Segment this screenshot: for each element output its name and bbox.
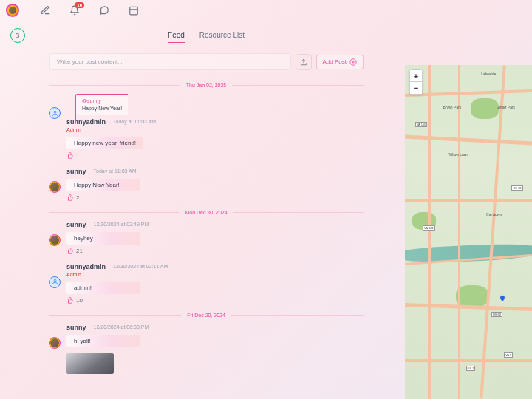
composer-row: Write your post content... Add Post bbox=[35, 47, 377, 75]
main-content: Feed Resource List Write your post conte… bbox=[35, 21, 377, 399]
username[interactable]: sunnyadmin bbox=[66, 118, 106, 126]
map-marker[interactable] bbox=[499, 292, 506, 299]
date-divider: Thu Jan 02, 2025 bbox=[49, 83, 364, 88]
route-shield: US 33 bbox=[511, 185, 522, 191]
admin-tag: Admin bbox=[66, 272, 364, 277]
admin-tag: Admin bbox=[66, 127, 364, 132]
like-button[interactable]: 21 bbox=[66, 248, 364, 254]
timestamp: Today at 11:03 AM bbox=[113, 119, 156, 124]
calendar-icon[interactable] bbox=[129, 5, 139, 16]
timestamp: 12/30/2024 at 03:11 AM bbox=[113, 264, 168, 269]
route-shield: VA 150 bbox=[415, 122, 428, 127]
avatar-admin[interactable] bbox=[49, 107, 61, 119]
route-shield: US 1 bbox=[466, 366, 476, 371]
add-post-label: Add Post bbox=[323, 58, 347, 65]
username[interactable]: sunny bbox=[66, 221, 86, 228]
post-item: sunnyToday at 11:03 AM Happy New Year! 2 bbox=[49, 168, 364, 201]
avatar-admin[interactable] bbox=[49, 276, 61, 288]
post-content: Happy New Year! bbox=[66, 179, 140, 191]
like-button[interactable]: 2 bbox=[66, 194, 364, 201]
route-shield: VA 5 bbox=[504, 352, 513, 358]
route-shield: US 60 bbox=[491, 312, 502, 317]
topbar: 16 bbox=[0, 0, 532, 21]
map-label: Ginter Park bbox=[497, 105, 515, 109]
left-rail: S bbox=[0, 21, 35, 399]
feed-scroll[interactable]: Thu Jan 02, 2025 @sunny Happy New Year! … bbox=[35, 78, 377, 399]
svg-rect-0 bbox=[130, 7, 138, 14]
compose-icon[interactable] bbox=[40, 5, 50, 16]
notifications-icon[interactable]: 16 bbox=[69, 5, 80, 16]
date-divider: Mon Dec 30, 2024 bbox=[49, 210, 364, 215]
avatar-user[interactable] bbox=[49, 181, 61, 193]
add-post-button[interactable]: Add Post bbox=[316, 55, 364, 69]
username[interactable]: sunny bbox=[66, 168, 86, 175]
post-content: heyhey bbox=[66, 232, 140, 245]
upload-button[interactable] bbox=[296, 54, 312, 70]
username[interactable]: sunnyadmin bbox=[66, 263, 106, 270]
timestamp: 12/20/2024 at 06:33 PM bbox=[94, 324, 149, 330]
map-label: Bryan Park bbox=[443, 105, 462, 109]
zoom-in-button[interactable]: + bbox=[410, 70, 422, 82]
avatar-user[interactable] bbox=[49, 337, 61, 349]
map-canvas[interactable]: Lakeside Willow Lawn Bryan Park Ginter P… bbox=[405, 65, 532, 399]
like-button[interactable]: 1 bbox=[66, 152, 364, 159]
svg-point-3 bbox=[54, 279, 56, 282]
timestamp: 12/30/2024 at 02:49 PM bbox=[94, 222, 149, 227]
map-label: Carytown bbox=[486, 212, 502, 216]
messages-icon[interactable] bbox=[99, 5, 109, 16]
post-item: sunny12/20/2024 at 06:33 PM hi yall! bbox=[49, 324, 364, 374]
post-item: @sunny Happy New Year! sunnyadminToday a… bbox=[49, 94, 364, 159]
map-zoom: + − bbox=[409, 69, 423, 95]
notification-badge: 16 bbox=[75, 2, 84, 8]
post-content: hi yall! bbox=[66, 335, 140, 347]
map-panel: Lakeside Willow Lawn Bryan Park Ginter P… bbox=[405, 65, 532, 399]
tab-resources[interactable]: Resource List bbox=[200, 28, 245, 43]
date-divider: Fri Dec 20, 2024 bbox=[49, 313, 364, 318]
post-content: admin! bbox=[66, 282, 140, 294]
post-content: Happy new year, friend! bbox=[66, 137, 143, 149]
post-input[interactable]: Write your post content... bbox=[49, 53, 291, 70]
avatar-user[interactable] bbox=[49, 234, 61, 246]
username[interactable]: sunny bbox=[66, 324, 86, 331]
current-user-avatar[interactable] bbox=[6, 4, 19, 17]
route-shield: VA 161 bbox=[423, 225, 435, 231]
svg-point-2 bbox=[54, 111, 56, 113]
map-label: Lakeside bbox=[481, 72, 496, 76]
rail-avatar[interactable]: S bbox=[10, 28, 25, 43]
zoom-out-button[interactable]: − bbox=[410, 82, 422, 94]
tab-feed[interactable]: Feed bbox=[168, 28, 185, 43]
tabs: Feed Resource List bbox=[35, 21, 377, 47]
map-label: Willow Lawn bbox=[448, 152, 468, 157]
post-item: sunnyadmin12/30/2024 at 03:11 AM Admin a… bbox=[49, 263, 364, 304]
post-item: sunny12/30/2024 at 02:49 PM heyhey 21 bbox=[49, 221, 364, 254]
like-button[interactable]: 10 bbox=[66, 297, 364, 304]
image-attachment[interactable] bbox=[66, 353, 114, 374]
quoted-post[interactable]: @sunny Happy New Year! bbox=[75, 94, 128, 115]
timestamp: Today at 11:03 AM bbox=[94, 168, 137, 174]
